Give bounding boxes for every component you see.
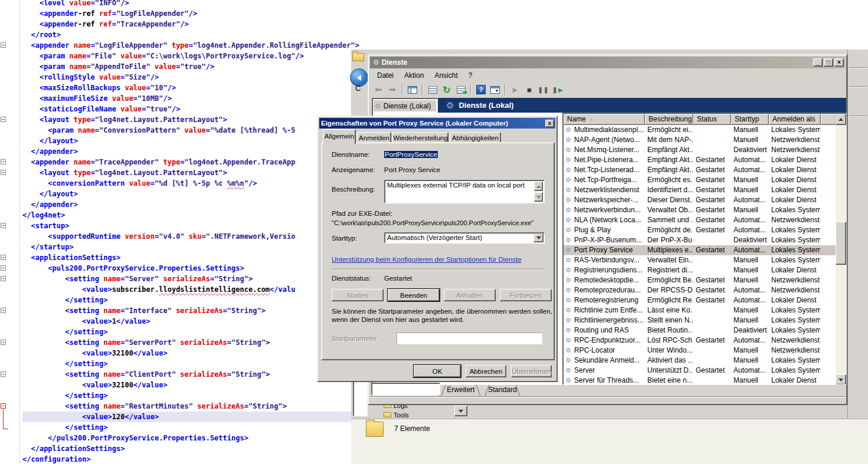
fold-marker-icon[interactable]: −	[1, 159, 6, 164]
menu-item-Aktion[interactable]: Aktion	[399, 70, 429, 81]
stop-button[interactable]: Beenden	[388, 289, 440, 301]
export-list-icon[interactable]: ➜	[454, 83, 467, 96]
service-row[interactable]: ⚙Net.Tcp-Listenerad...Empfängt Akt...Ges…	[564, 165, 836, 175]
fold-marker-icon[interactable]: −	[1, 223, 6, 228]
menu-item-Ansicht[interactable]: Ansicht	[429, 70, 463, 81]
cell-name: Remotedesktopdie...	[574, 275, 645, 285]
service-row[interactable]: ⚙Routing und RASBietet Routin...Deaktivi…	[564, 325, 836, 335]
service-row[interactable]: ⚙Remotedesktopdie...Ermöglicht Be...Gest…	[564, 275, 836, 285]
column-header-anmelden-als[interactable]: Anmelden als	[769, 114, 821, 125]
scrollbar-thumb[interactable]	[836, 222, 846, 265]
resume-button[interactable]: Fortsetzen	[500, 289, 552, 301]
fold-marker-icon[interactable]: −	[1, 265, 6, 271]
fold-marker-icon[interactable]: −	[1, 371, 6, 377]
refresh-icon[interactable]: ↻	[440, 83, 453, 96]
service-row[interactable]: ⚙RPC-Endpunktzuor...Löst RPC-Sch...Gesta…	[564, 335, 836, 345]
column-header-starttyp[interactable]: Starttyp	[731, 114, 769, 125]
service-row[interactable]: ⚙RAS-Verbindungsv...Verwaltet Ein...Manu…	[564, 255, 836, 265]
fold-marker-icon[interactable]: −	[1, 308, 6, 313]
fold-marker-icon[interactable]: −	[1, 276, 6, 281]
menu-item-Datei[interactable]: Datei	[372, 70, 399, 81]
service-gear-icon: ⚙	[565, 275, 571, 285]
service-row[interactable]: ⚙Net.Tcp-Portfreiga...Ermöglicht es...Ge…	[564, 175, 836, 185]
menu-item-help[interactable]: ?	[463, 70, 478, 81]
cell-name: RAS-Verbindungsv...	[574, 255, 645, 265]
forward-icon[interactable]: ➡	[386, 83, 399, 96]
view-tab-standard[interactable]: Standard	[486, 385, 519, 396]
cell-anmelden-als: Netzwerkdienst	[771, 145, 820, 155]
service-row[interactable]: ⚙NAP-Agent (Netwo...Mit dem NAP-...Manue…	[564, 135, 836, 145]
fold-marker-icon[interactable]: −	[1, 42, 6, 48]
service-row[interactable]: ⚙Registrierungsdiens...Registriert di...…	[564, 265, 836, 275]
combo-dropdown-button[interactable]	[533, 233, 543, 242]
column-header-beschreibung[interactable]: Beschreibung	[645, 114, 693, 125]
show-console-tree-icon[interactable]	[406, 83, 419, 96]
help-icon[interactable]: ?	[474, 83, 487, 96]
service-row[interactable]: ⚙Netzwerkspeicher-...Dieser Dienst...Ges…	[564, 195, 836, 205]
fold-marker-icon[interactable]: −	[1, 117, 6, 122]
scroll-up-button[interactable]	[836, 114, 846, 125]
service-row[interactable]: ⚙RPC-LocatorUnter Windo...ManuellNetzwer…	[564, 345, 836, 356]
service-row[interactable]: ⚙Server für Threads...Bietet eine n...Ma…	[564, 376, 836, 385]
service-row[interactable]: ⚙PnP-X-IP-Busenum...Der PnP-X-Bu...Deakt…	[564, 235, 836, 245]
stop-service-icon[interactable]: ■	[523, 83, 536, 96]
maximize-button[interactable]: □	[824, 58, 833, 67]
back-icon[interactable]: ⬅	[372, 83, 385, 96]
start-service-icon[interactable]: ▶	[509, 83, 522, 96]
folder-icon[interactable]	[352, 53, 364, 61]
pause-service-icon[interactable]: ❚❚	[537, 83, 550, 96]
service-row[interactable]: ⚙Richtlinie zum Entfe...Lässt eine Ko...…	[564, 305, 836, 315]
cancel-button[interactable]: Abbrechen	[466, 365, 506, 377]
service-gear-icon: ⚙	[565, 376, 571, 385]
service-row[interactable]: ⚙Remoteprozedurau...Der RPCSS-Di...Gesta…	[564, 285, 836, 295]
startparameter-input[interactable]	[397, 333, 543, 345]
service-row[interactable]: ⚙Netzwerkverbindun...Verwaltet Ob...Gest…	[564, 205, 836, 215]
start-button[interactable]: Starten	[332, 289, 384, 301]
apply-button[interactable]: Übernehmen	[511, 365, 552, 377]
beschreibung-textarea[interactable]: Multiplexes external TCP/IP data on loca…	[384, 180, 545, 203]
service-row[interactable]: ⚙Multimediaklassenpl...Ermöglicht ei...M…	[564, 125, 836, 135]
minimize-button[interactable]: _	[813, 58, 823, 67]
properties-icon[interactable]	[426, 83, 439, 96]
fold-marker-icon[interactable]: −	[1, 255, 6, 260]
pause-button[interactable]: Anhalten	[444, 289, 496, 301]
action-pane-icon[interactable]: ▸	[489, 83, 502, 96]
restart-service-icon[interactable]: ❚▶	[551, 83, 564, 96]
tab-allgemein[interactable]: Allgemein	[323, 129, 356, 144]
starttyp-combobox[interactable]: Automatisch (Verzögerter Start)	[384, 232, 545, 243]
ok-button[interactable]: OK	[414, 365, 461, 377]
service-row[interactable]: ⚙Port Proxy ServiceMultiplexes e...Gesta…	[564, 245, 836, 255]
dialog-close-button[interactable]: ×	[545, 120, 554, 127]
fold-marker-icon[interactable]: −	[1, 340, 6, 345]
column-header-status[interactable]: Status	[693, 114, 731, 125]
service-row[interactable]: ⚙RemoteregistrierungErmöglicht Re...Gest…	[564, 295, 836, 305]
service-row[interactable]: ⚙Richtlinienergebniss...Stellt einen N..…	[564, 315, 836, 325]
service-row[interactable]: ⚙Plug & PlayErmöglicht de...GestartetAut…	[564, 225, 836, 235]
service-row[interactable]: ⚙Net.Pipe-Listenera...Empfängt Akt...Ges…	[564, 155, 836, 165]
services-titlebar[interactable]: ⚙ Dienste _□×	[370, 57, 845, 68]
service-row[interactable]: ⚙NetzwerklistendienstIdentifiziert d...G…	[564, 185, 836, 195]
service-row[interactable]: ⚙ServerUnterstützt D...GestartetAutomat.…	[564, 366, 836, 376]
close-button[interactable]: ×	[834, 58, 844, 67]
cell-starttyp: Manuell	[733, 305, 768, 315]
service-row[interactable]: ⚙Sekundäre Anmeld...Aktiviert das ...Man…	[564, 356, 836, 366]
startoptions-help-link[interactable]: Unterstützung beim Konfigurieren der Sta…	[332, 256, 522, 263]
tree-item-dienste-lokal[interactable]: ⚙ Dienste (Lokal)	[374, 100, 436, 111]
cell-starttyp: Automat...	[733, 245, 768, 255]
column-header-name[interactable]: Name▲	[564, 114, 645, 125]
filter-box[interactable]	[371, 383, 440, 394]
dienstname-value[interactable]: PortProxyService	[384, 151, 438, 158]
textarea-scroll-down[interactable]	[534, 192, 543, 202]
tree-item[interactable]: Tools	[384, 410, 409, 419]
fold-marker-icon[interactable]: −	[1, 170, 6, 175]
textarea-scroll-up[interactable]	[534, 182, 543, 191]
fold-marker-icon[interactable]: −	[1, 403, 6, 409]
dienststatus-value: Gestartet	[384, 275, 412, 282]
service-row[interactable]: ⚙NLA (Network Loca...Sammelt und ...Gest…	[564, 215, 836, 225]
view-tab-erweitert[interactable]: Erweitert	[442, 385, 480, 396]
service-row[interactable]: ⚙Net.Msmq-Listener...Empfängt Akt...Deak…	[564, 145, 836, 155]
dropdown-button[interactable]	[454, 406, 467, 416]
cell-anmelden-als: Lokales System	[771, 366, 820, 376]
dialog-titlebar[interactable]: Eigenschaften von Port Proxy Service (Lo…	[319, 118, 555, 129]
scroll-down-button[interactable]	[836, 374, 846, 385]
